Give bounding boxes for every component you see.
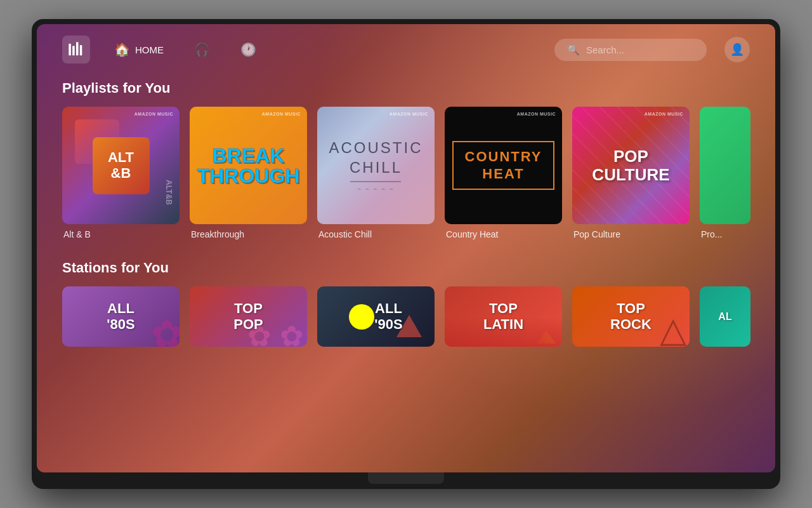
search-icon: 🔍: [567, 44, 580, 56]
logo-icon: [67, 41, 85, 58]
toppop-text: TOPPOP: [233, 301, 263, 331]
acoustic-content: ACOUSTICChill ~ ~ ~ ~ ~: [329, 138, 422, 193]
playlist-card-altb[interactable]: amazon music ALT&B ALT&B Alt & B: [62, 107, 180, 239]
tv-frame: 🏠 HOME 🎧 🕐 🔍 👤: [32, 19, 780, 489]
breakthrough-title-text: BREAKTHROUGH: [197, 145, 300, 186]
playlist-card-partial-image: [700, 107, 750, 224]
playlist-altb-label: Alt & B: [62, 229, 180, 239]
station-card-toppop[interactable]: ✿ ✿ TOPPOP: [190, 286, 307, 347]
playlist-card-country[interactable]: amazon music COUNTRYHEAT Country Heat: [445, 107, 562, 239]
playlist-card-breakthrough[interactable]: amazon music BREAKTHROUGH Breakthrough: [190, 107, 307, 239]
stations-cards-row: ✿ ALL'80S ✿ ✿ TOPPOP ALL'90S: [37, 286, 775, 347]
partial-station-text: AL: [718, 311, 731, 323]
nav-home[interactable]: 🏠 HOME: [108, 38, 170, 61]
tv-stand: [368, 472, 444, 484]
stations-section: Stations for You ✿ ALL'80S ✿ ✿ TOPPOP: [37, 255, 775, 347]
playlist-popculture-label: Pop Culture: [572, 229, 690, 239]
playlist-partial-label: Pro...: [700, 229, 750, 239]
search-input[interactable]: [586, 44, 694, 55]
toprock-text: TOPROCK: [610, 301, 652, 331]
toplatin-text: TOPLATIN: [483, 301, 523, 331]
playlist-card-breakthrough-image: amazon music BREAKTHROUGH: [190, 107, 307, 224]
stations-section-title: Stations for You: [37, 255, 775, 286]
nav-history[interactable]: 🕐: [234, 38, 263, 61]
country-badge: COUNTRYHEAT: [452, 141, 555, 190]
tv-screen: 🏠 HOME 🎧 🕐 🔍 👤: [37, 24, 775, 472]
playlist-card-country-image: amazon music COUNTRYHEAT: [445, 107, 562, 224]
playlist-card-popculture[interactable]: amazon music POPCULTURE Pop Culture: [572, 107, 690, 239]
acoustic-wave: ~ ~ ~ ~ ~: [329, 186, 422, 193]
search-bar[interactable]: 🔍: [554, 39, 707, 61]
svg-rect-1: [72, 46, 75, 55]
user-profile-button[interactable]: 👤: [724, 37, 750, 62]
all90s-text: ALL'90S: [374, 301, 402, 331]
history-icon: 🕐: [240, 42, 256, 57]
headphones-icon: 🎧: [194, 42, 210, 57]
all80s-text: ALL'80S: [107, 301, 134, 331]
acoustic-title-text: ACOUSTICChill: [329, 138, 422, 177]
playlists-cards-row: amazon music ALT&B ALT&B Alt & B: [37, 107, 775, 239]
amazon-music-badge-4: amazon music: [517, 112, 556, 116]
screen-content: 🏠 HOME 🎧 🕐 🔍 👤: [37, 24, 775, 472]
home-icon: 🏠: [114, 42, 130, 57]
nav-home-label: HOME: [135, 44, 164, 55]
station-card-all90s[interactable]: ALL'90S: [317, 286, 435, 347]
svg-rect-3: [80, 45, 82, 55]
playlist-card-popculture-image: amazon music POPCULTURE: [572, 107, 690, 224]
svg-rect-2: [76, 42, 79, 55]
playlist-acoustic-label: Acoustic Chill: [317, 229, 435, 239]
playlists-section: Playlists for You amazon music ALT&B ALT: [37, 75, 775, 239]
toprock-decor: △: [660, 309, 686, 347]
altb-title-text: ALT&B: [108, 150, 134, 180]
playlist-breakthrough-label: Breakthrough: [190, 229, 307, 239]
altb-inner-square: ALT&B: [93, 137, 150, 194]
station-card-all80s[interactable]: ✿ ALL'80S: [62, 286, 180, 347]
svg-rect-0: [69, 44, 71, 56]
playlist-card-acoustic[interactable]: amazon music ACOUSTICChill ~ ~ ~ ~ ~ Aco…: [317, 107, 435, 239]
acoustic-line: [350, 181, 401, 182]
station-card-toprock[interactable]: △ TOPROCK: [572, 286, 690, 347]
playlists-section-title: Playlists for You: [37, 75, 775, 107]
station-card-partial[interactable]: AL: [700, 286, 750, 347]
playlist-card-altb-image: amazon music ALT&B ALT&B: [62, 107, 180, 224]
altb-side-text: ALT&B: [164, 180, 173, 205]
country-title-text: COUNTRYHEAT: [465, 149, 542, 182]
playlist-card-acoustic-image: amazon music ACOUSTICChill ~ ~ ~ ~ ~: [317, 107, 435, 224]
amazon-music-logo[interactable]: [62, 36, 90, 64]
amazon-music-badge-2: amazon music: [262, 112, 301, 116]
all80s-decor: ✿: [151, 312, 180, 347]
nav-headphones[interactable]: 🎧: [188, 38, 216, 61]
all90s-circle-decor: [349, 304, 374, 330]
altb-artwork: ALT&B ALT&B: [62, 107, 180, 224]
user-icon: 👤: [730, 43, 744, 57]
nav-bar: 🏠 HOME 🎧 🕐 🔍 👤: [37, 24, 775, 75]
playlist-card-partial[interactable]: Pro...: [700, 107, 750, 239]
station-card-toplatin[interactable]: TOPLATIN: [445, 286, 562, 347]
playlist-country-label: Country Heat: [445, 229, 562, 239]
amazon-music-badge-3: amazon music: [390, 112, 428, 116]
popculture-pattern: [572, 107, 690, 224]
